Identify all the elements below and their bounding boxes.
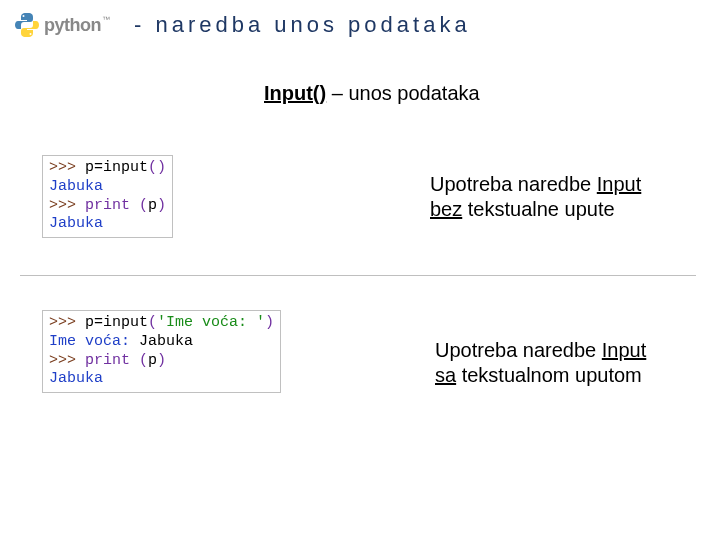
desc-line: Upotreba naredbe Input <box>430 172 641 197</box>
code-block-1: >>> p=input() Jabuka >>> print (p) Jabuk… <box>42 155 173 238</box>
code-line: >>> p=input() <box>49 159 166 178</box>
logo-text: python™ <box>44 15 110 36</box>
code-line: >>> p=input('Ime voća: ') <box>49 314 274 333</box>
desc-line: sa tekstualnom uputom <box>435 363 646 388</box>
code-line: >>> print (p) <box>49 197 166 216</box>
subtitle-function: Input() <box>264 82 326 104</box>
header: python™ - naredba unos podataka <box>14 10 471 40</box>
svg-point-0 <box>23 15 25 17</box>
code-line: >>> print (p) <box>49 352 274 371</box>
page-title: - naredba unos podataka <box>134 12 471 38</box>
description-1: Upotreba naredbe Input bez tekstualne up… <box>430 172 641 222</box>
code-line: Jabuka <box>49 178 166 197</box>
code-line: Jabuka <box>49 215 166 234</box>
subtitle-rest: – unos podataka <box>326 82 479 104</box>
python-logo: python™ <box>14 10 124 40</box>
code-line: Jabuka <box>49 370 274 389</box>
code-line: Ime voća: Jabuka <box>49 333 274 352</box>
svg-point-1 <box>30 33 32 35</box>
description-2: Upotreba naredbe Input sa tekstualnom up… <box>435 338 646 388</box>
divider <box>20 275 696 276</box>
python-icon <box>14 12 40 38</box>
code-block-2: >>> p=input('Ime voća: ') Ime voća: Jabu… <box>42 310 281 393</box>
desc-line: Upotreba naredbe Input <box>435 338 646 363</box>
subtitle: Input() – unos podataka <box>264 82 480 105</box>
desc-line: bez tekstualne upute <box>430 197 641 222</box>
